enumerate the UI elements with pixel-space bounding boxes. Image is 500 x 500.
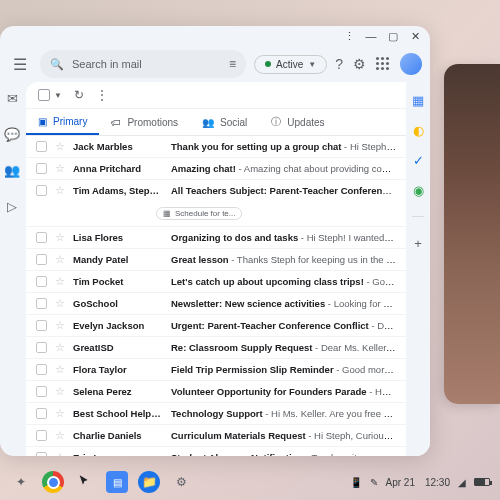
tasks-icon[interactable]: ✓ — [410, 152, 426, 168]
star-icon[interactable]: ☆ — [55, 297, 65, 310]
email-row[interactable]: ☆Lisa FloresOrganizing to dos and tasks … — [26, 227, 406, 249]
email-preview: - Hi Steph, Curious to know if you have … — [306, 430, 396, 441]
info-icon: ⓘ — [271, 115, 281, 129]
chat-rail-icon[interactable]: 💬 — [2, 124, 22, 144]
email-row[interactable]: ☆Jack MarblesThank you for setting up a … — [26, 136, 406, 158]
secondary-window-content — [444, 64, 500, 404]
maximize-icon[interactable]: ▢ — [386, 29, 400, 43]
minimize-icon[interactable]: — — [364, 29, 378, 43]
settings-gear-icon[interactable]: ⚙ — [353, 56, 366, 72]
add-panel-icon[interactable]: + — [410, 235, 426, 251]
star-icon[interactable]: ☆ — [55, 231, 65, 244]
category-tabs: ▣Primary 🏷Promotions 👥Social ⓘUpdates — [26, 109, 406, 136]
email-row[interactable]: ☆Evelyn JacksonUrgent: Parent-Teacher Co… — [26, 315, 406, 337]
email-row[interactable]: ☆Mandy PatelGreat lesson - Thanks Steph … — [26, 249, 406, 271]
shelf-time[interactable]: 12:30 — [425, 477, 450, 488]
email-preview: - Hi Ms. Keller. Are you free sometime t… — [263, 408, 396, 419]
stylus-icon[interactable]: ✎ — [370, 477, 378, 488]
docs-icon[interactable]: ▤ — [106, 471, 128, 493]
account-avatar[interactable] — [400, 53, 422, 75]
star-icon[interactable]: ☆ — [55, 253, 65, 266]
secondary-window[interactable] — [444, 64, 500, 404]
email-checkbox[interactable] — [36, 298, 47, 309]
shelf-settings-icon[interactable]: ⚙ — [170, 471, 192, 493]
calendar-chip[interactable]: ▦Schedule for te... — [156, 207, 242, 220]
close-icon[interactable]: ✕ — [408, 29, 422, 43]
chrome-icon[interactable] — [42, 471, 64, 493]
email-row[interactable]: ☆Best School Help DeskTechnology Support… — [26, 403, 406, 425]
star-icon[interactable]: ☆ — [55, 275, 65, 288]
email-row[interactable]: ☆Charlie DanielsCurriculum Materials Req… — [26, 425, 406, 447]
tab-updates[interactable]: ⓘUpdates — [259, 109, 336, 135]
email-row[interactable]: ☆GoSchoolNewsletter: New science activit… — [26, 293, 406, 315]
email-row[interactable]: ☆Eric LoganStudent Absence Notification … — [26, 447, 406, 456]
star-icon[interactable]: ☆ — [55, 140, 65, 153]
apps-grid-icon[interactable] — [376, 57, 390, 71]
inbox-icon: ▣ — [38, 116, 47, 127]
email-text: Field Trip Permission Slip Reminder - Go… — [171, 364, 396, 375]
shelf-date[interactable]: Apr 21 — [386, 477, 415, 488]
star-icon[interactable]: ☆ — [55, 319, 65, 332]
more-vert-icon[interactable]: ⋮ — [342, 29, 356, 43]
email-checkbox[interactable] — [36, 452, 47, 456]
mail-rail-icon[interactable]: ✉ — [2, 88, 22, 108]
star-icon[interactable]: ☆ — [55, 162, 65, 175]
email-checkbox[interactable] — [36, 163, 47, 174]
cursor-pointer-icon[interactable] — [74, 471, 96, 493]
help-icon[interactable]: ? — [335, 56, 343, 72]
tab-promotions[interactable]: 🏷Promotions — [99, 109, 190, 135]
email-row[interactable]: ☆Anna PritchardAmazing chat! - Amazing c… — [26, 158, 406, 180]
email-subject: Volunteer Opportunity for Founders Parad… — [171, 386, 367, 397]
star-icon[interactable]: ☆ — [55, 429, 65, 442]
email-checkbox[interactable] — [36, 141, 47, 152]
phone-hub-icon[interactable]: 📱 — [350, 477, 362, 488]
active-status-chip[interactable]: Active ▼ — [254, 55, 327, 74]
star-icon[interactable]: ☆ — [55, 184, 65, 197]
select-dropdown-icon[interactable]: ▼ — [54, 91, 62, 100]
contacts-icon[interactable]: ◉ — [410, 182, 426, 198]
search-filter-icon[interactable]: ≡ — [229, 57, 236, 71]
calendar-icon[interactable]: ▦ — [410, 92, 426, 108]
people-icon: 👥 — [202, 117, 214, 128]
star-icon[interactable]: ☆ — [55, 385, 65, 398]
email-row[interactable]: ☆GreatISDRe: Classroom Supply Request - … — [26, 337, 406, 359]
star-icon[interactable]: ☆ — [55, 407, 65, 420]
email-row[interactable]: ☆Tim PocketLet's catch up about upcoming… — [26, 271, 406, 293]
battery-icon[interactable] — [474, 478, 490, 486]
files-icon[interactable]: 📁 — [138, 471, 160, 493]
email-preview: - Looking for new science activities for… — [325, 298, 396, 309]
email-row[interactable]: ☆Selena PerezVolunteer Opportunity for F… — [26, 381, 406, 403]
star-icon[interactable]: ☆ — [55, 451, 65, 456]
keep-icon[interactable]: ◐ — [410, 122, 426, 138]
tab-social[interactable]: 👥Social — [190, 109, 259, 135]
search-input[interactable]: 🔍 Search in mail ≡ — [40, 50, 246, 78]
email-row[interactable]: ☆Flora TaylorField Trip Permission Slip … — [26, 359, 406, 381]
email-preview: - Hi Steph! I wanted to reach out and as… — [298, 232, 396, 243]
refresh-icon[interactable]: ↻ — [74, 88, 84, 102]
email-checkbox[interactable] — [36, 342, 47, 353]
email-checkbox[interactable] — [36, 254, 47, 265]
email-checkbox[interactable] — [36, 408, 47, 419]
email-checkbox[interactable] — [36, 185, 47, 196]
email-row[interactable]: ☆Tim Adams, Steph, 3All Teachers Subject… — [26, 180, 406, 227]
email-sender: Eric Logan — [73, 452, 163, 456]
email-checkbox[interactable] — [36, 386, 47, 397]
select-all-checkbox[interactable] — [38, 89, 50, 101]
spaces-rail-icon[interactable]: 👥 — [2, 160, 22, 180]
more-actions-icon[interactable]: ⋮ — [96, 88, 108, 102]
email-checkbox[interactable] — [36, 276, 47, 287]
tab-primary[interactable]: ▣Primary — [26, 109, 99, 135]
meet-rail-icon[interactable]: ▷ — [2, 196, 22, 216]
email-checkbox[interactable] — [36, 430, 47, 441]
email-subject: Re: Classroom Supply Request — [171, 342, 312, 353]
email-checkbox[interactable] — [36, 364, 47, 375]
hamburger-menu-icon[interactable]: ☰ — [8, 52, 32, 76]
email-checkbox[interactable] — [36, 320, 47, 331]
email-text: Technology Support - Hi Ms. Keller. Are … — [171, 408, 396, 419]
star-icon[interactable]: ☆ — [55, 341, 65, 354]
wifi-icon[interactable]: ◢ — [458, 477, 466, 488]
email-subject: Thank you for setting up a group chat — [171, 141, 341, 152]
star-icon[interactable]: ☆ — [55, 363, 65, 376]
email-checkbox[interactable] — [36, 232, 47, 243]
launcher-sparkle-icon[interactable]: ✦ — [10, 471, 32, 493]
